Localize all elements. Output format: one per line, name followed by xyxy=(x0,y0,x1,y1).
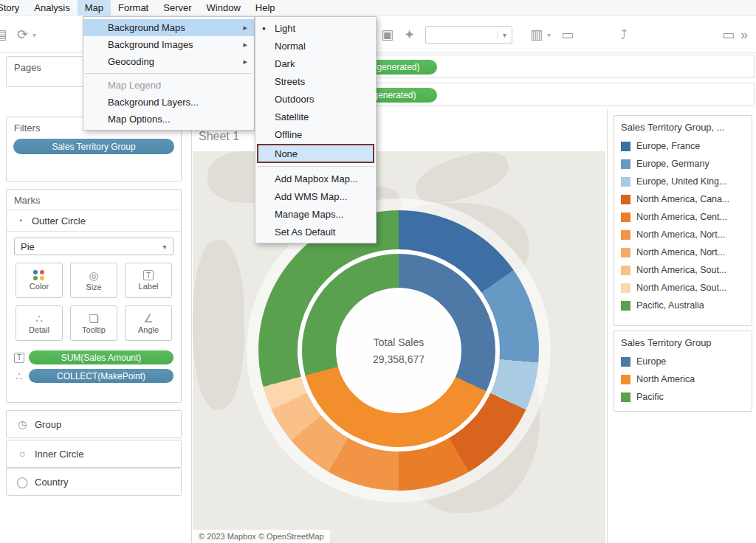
toolbar-overflow-icon[interactable]: » xyxy=(740,28,748,41)
legend-swatch xyxy=(621,195,630,204)
legend-item[interactable]: Europe, France xyxy=(614,137,752,155)
sheet-title[interactable]: Sheet 1 xyxy=(199,130,239,143)
menu-separator xyxy=(257,166,374,167)
legend-item[interactable]: Europe, Germany xyxy=(614,155,752,173)
menu-item-dark[interactable]: Dark xyxy=(255,55,376,72)
share-icon[interactable]: ⤴ xyxy=(620,28,627,41)
menu-item-add-wms-map[interactable]: Add WMS Map... xyxy=(255,187,376,205)
menu-item-geocoding[interactable]: Geocoding ▸ xyxy=(83,53,254,70)
menu-item-streets[interactable]: Streets xyxy=(255,72,376,90)
legend-swatch xyxy=(621,301,630,311)
legend-item[interactable]: Europe, United King... xyxy=(614,173,752,190)
menu-item-outdoors[interactable]: Outdoors xyxy=(255,90,376,108)
marks-layer-country[interactable]: ◯ Country xyxy=(6,468,182,496)
menu-story[interactable]: Story xyxy=(0,0,27,15)
inner-circle-layer-icon: ○ xyxy=(16,448,28,460)
menu-item-background-maps[interactable]: Background Maps ▸ xyxy=(83,19,254,36)
highlight-icon[interactable]: ✦ xyxy=(404,28,415,41)
menu-separator xyxy=(85,73,252,74)
pill-sum-sales-amount[interactable]: SUM(Sales Amount) xyxy=(29,350,173,364)
submenu-arrow-icon: ▸ xyxy=(243,40,247,49)
menu-item-manage-maps[interactable]: Manage Maps... xyxy=(255,205,376,223)
total-sales-label: Total Sales xyxy=(374,336,424,348)
fit-select-caret-icon[interactable]: ▾ xyxy=(497,31,512,39)
device-preview-icon[interactable]: ▭ xyxy=(722,28,735,41)
legend-item[interactable]: North America xyxy=(614,370,752,388)
legend-swatch xyxy=(621,392,630,402)
presentation-icon[interactable]: ▭ xyxy=(561,28,574,41)
legend-item[interactable]: Pacific, Australia xyxy=(614,297,752,314)
right-panel: Sales Territory Group, ... Europe, Franc… xyxy=(607,109,756,543)
legend-item[interactable]: North America, Nort... xyxy=(614,226,752,243)
submenu-arrow-icon: ▸ xyxy=(243,57,247,66)
tooltip-button[interactable]: ❏ Tooltip xyxy=(70,305,117,341)
legend-item[interactable]: North America, Sout... xyxy=(614,279,752,297)
legend-item[interactable]: Pacific xyxy=(614,388,752,406)
menu-format[interactable]: Format xyxy=(111,0,156,15)
map-attribution[interactable]: © 2023 Mapbox © OpenStreetMap xyxy=(193,530,330,543)
menu-item-set-as-default[interactable]: Set As Default xyxy=(255,223,376,241)
menu-help[interactable]: Help xyxy=(248,0,283,15)
color-icon xyxy=(33,270,45,280)
legend-swatch xyxy=(621,375,630,384)
menu-item-background-layers[interactable]: Background Layers... xyxy=(83,94,254,111)
menu-item-satellite[interactable]: Satellite xyxy=(255,108,376,125)
detail-icon: ∴ xyxy=(35,313,43,324)
legend-swatch xyxy=(621,357,630,367)
legend-item[interactable]: Europe xyxy=(614,353,752,370)
data-source-icon[interactable]: ▤ xyxy=(0,28,7,41)
marks-layer-label: Outter Circle xyxy=(32,215,86,226)
menu-item-none[interactable]: None xyxy=(257,144,374,163)
label-button[interactable]: T Label xyxy=(125,263,172,298)
legend-item[interactable]: North America, Cent... xyxy=(614,208,752,226)
label-encoding-icon: T xyxy=(14,353,24,363)
menu-server[interactable]: Server xyxy=(156,0,199,15)
size-button[interactable]: ◎ Size xyxy=(70,263,117,298)
legend-swatch xyxy=(621,283,630,293)
donut-center: Total Sales 29,358,677 xyxy=(336,288,461,413)
marks-layer-inner-circle[interactable]: ○ Inner Circle xyxy=(6,440,182,468)
menu-item-background-images[interactable]: Background Images ▸ xyxy=(83,36,254,53)
fit-select[interactable]: ▾ xyxy=(425,26,512,44)
submenu-arrow-icon: ▸ xyxy=(243,23,247,32)
refresh-caret-icon[interactable]: ▾ xyxy=(32,31,36,39)
legend-swatch xyxy=(621,159,630,169)
legend-territory-title: Sales Territory Group xyxy=(614,331,752,353)
angle-button[interactable]: ∠ Angle xyxy=(125,305,172,341)
legend-item[interactable]: North America, Sout... xyxy=(614,261,752,279)
marks-layer-group[interactable]: ◷ Group xyxy=(6,410,182,438)
menu-item-normal[interactable]: Normal xyxy=(255,37,376,55)
donut-chart[interactable]: Total Sales 29,358,677 xyxy=(258,210,539,491)
menu-item-light[interactable]: ● Light xyxy=(255,19,376,37)
mark-type-caret-icon[interactable]: ▾ xyxy=(157,243,173,251)
background-maps-submenu: ● Light Normal Dark Streets Outdoors Sat… xyxy=(255,16,377,243)
marks-layer-outter-circle[interactable]: ◔ Outter Circle xyxy=(7,210,181,231)
show-me-caret-icon[interactable]: ▾ xyxy=(547,31,551,39)
tooltip-icon: ❏ xyxy=(89,313,98,324)
filter-pill-sales-territory-group[interactable]: Sales Territory Group xyxy=(13,139,174,154)
detail-button[interactable]: ∴ Detail xyxy=(16,305,63,341)
marks-title: Marks xyxy=(7,190,181,210)
total-sales-value: 29,358,677 xyxy=(373,353,425,365)
legend-item[interactable]: North America, Cana... xyxy=(614,190,752,208)
menu-window[interactable]: Window xyxy=(199,0,248,15)
menu-item-add-mapbox-map[interactable]: Add Mapbox Map... xyxy=(255,170,376,187)
group-layer-icon: ◷ xyxy=(16,418,28,430)
menu-analysis[interactable]: Analysis xyxy=(27,0,77,15)
show-me-icon[interactable]: ▥ xyxy=(530,28,543,41)
menu-map[interactable]: Map xyxy=(78,0,111,15)
pill-collect-makepoint[interactable]: COLLECT(MakePoint) xyxy=(29,369,173,383)
legend-territory-group: Sales Territory Group Europe North Ameri… xyxy=(614,331,752,412)
legend-swatch xyxy=(621,142,630,151)
label-icon: T xyxy=(143,270,154,280)
menu-item-offline[interactable]: Offline xyxy=(255,125,376,143)
color-button[interactable]: Color xyxy=(16,263,63,298)
new-worksheet-icon[interactable]: ▣ xyxy=(381,28,394,41)
menu-item-map-options[interactable]: Map Options... xyxy=(83,111,254,128)
mark-type-select[interactable]: Pie ▾ xyxy=(14,238,173,255)
angle-icon: ∠ xyxy=(143,313,153,324)
refresh-icon[interactable]: ⟳ xyxy=(17,28,28,41)
legend-swatch xyxy=(621,230,630,240)
layer-circle-icon: ◔ xyxy=(14,215,26,226)
legend-item[interactable]: North America, Nort... xyxy=(614,243,752,261)
